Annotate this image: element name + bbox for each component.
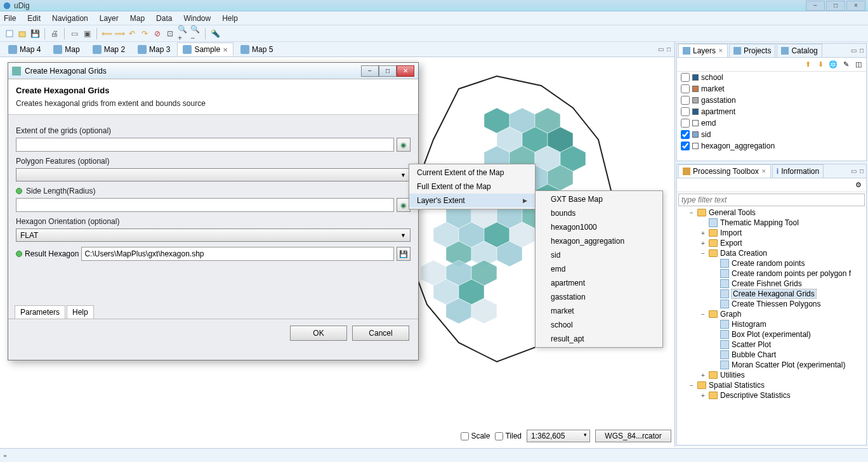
style-icon[interactable]: ◫ <box>853 60 864 70</box>
menu-item-current-extent[interactable]: Current Extent of the Map <box>409 166 535 180</box>
commit-icon[interactable]: ▣ <box>81 28 93 39</box>
expand-icon[interactable]: − <box>700 250 706 257</box>
extent-picker-button[interactable]: ◉ <box>397 138 411 152</box>
menu-map[interactable]: Map <box>130 14 145 23</box>
zoom-extent-icon[interactable]: ⊡ <box>164 28 176 39</box>
layer-item-apartment[interactable]: apartment <box>677 106 866 117</box>
tree-tool[interactable]: Create Thiessen Polygons <box>677 299 866 309</box>
layers-tab[interactable]: Layers✕ <box>678 44 728 57</box>
tree-tool[interactable]: Box Plot (experimental) <box>677 329 866 340</box>
close-icon[interactable]: ✕ <box>718 48 723 54</box>
save-path-button[interactable]: 💾 <box>397 247 411 261</box>
zoom-in-icon[interactable]: 🔍+ <box>177 28 188 39</box>
cancel-button[interactable]: Cancel <box>352 326 409 341</box>
edit-icon[interactable]: ✎ <box>841 60 851 70</box>
scale-checkbox[interactable] <box>461 432 469 440</box>
tree-tool[interactable]: Bubble Chart <box>677 350 866 360</box>
tree-folder[interactable]: −Data Creation <box>677 248 866 258</box>
dialog-maximize-button[interactable]: □ <box>379 65 397 77</box>
submenu-item[interactable]: hexagon1000 <box>536 220 662 234</box>
tree-tool[interactable]: Thematic Mapping Tool <box>677 218 866 228</box>
extent-input[interactable] <box>16 138 394 152</box>
submenu-item[interactable]: result_apt <box>536 332 662 346</box>
map-tab-map2[interactable]: Map 2 <box>87 43 131 56</box>
submenu-item[interactable]: bounds <box>536 206 662 220</box>
layer-checkbox[interactable] <box>681 73 690 82</box>
menu-layer[interactable]: Layer <box>100 14 119 23</box>
submenu-item[interactable]: hexagon_aggregation <box>536 234 662 248</box>
tree-folder[interactable]: −Spatial Statistics <box>677 380 866 390</box>
tree-tool[interactable]: Create random points <box>677 258 866 268</box>
map-tab-map5[interactable]: Map 5 <box>235 43 279 56</box>
expand-icon[interactable]: + <box>700 230 706 237</box>
menu-item-full-extent[interactable]: Full Extent of the Map <box>409 180 535 194</box>
select-tool-icon[interactable]: ▭ <box>69 28 80 39</box>
submenu-item[interactable]: gasstation <box>536 290 662 304</box>
tree-folder[interactable]: +Export <box>677 238 866 248</box>
layer-item-market[interactable]: market <box>677 83 866 95</box>
tree-folder[interactable]: −Graph <box>677 309 866 319</box>
catalog-tab[interactable]: Catalog <box>777 44 822 57</box>
map-tab-map4[interactable]: Map 4 <box>3 43 46 56</box>
submenu-item[interactable]: apartment <box>536 276 662 290</box>
tree-folder[interactable]: +Utilities <box>677 370 866 380</box>
menu-file[interactable]: File <box>4 14 16 23</box>
pane-maximize-icon[interactable]: □ <box>858 47 865 54</box>
help-tab[interactable]: Help <box>67 305 94 319</box>
new-layer-icon[interactable] <box>16 28 28 39</box>
tiled-checkbox[interactable] <box>495 432 503 440</box>
layer-item-sid[interactable]: sid <box>677 129 866 140</box>
undo-nav-icon[interactable]: ⟸ <box>101 28 112 39</box>
tree-tool[interactable]: Histogram <box>677 319 866 329</box>
menu-edit[interactable]: Edit <box>27 14 41 23</box>
tree-tool[interactable]: Create Hexagonal Grids <box>677 289 866 299</box>
menu-help[interactable]: Help <box>222 14 238 23</box>
filter-input[interactable] <box>678 194 865 206</box>
pane-minimize-icon[interactable]: ▭ <box>657 46 665 53</box>
side-length-input[interactable] <box>16 198 394 212</box>
expand-icon[interactable]: − <box>688 382 695 389</box>
scale-combobox[interactable]: 1:362,605 <box>527 430 590 442</box>
tree-tool[interactable]: Moran Scatter Plot (experimental) <box>677 360 866 370</box>
layer-item-gasstation[interactable]: gasstation <box>677 95 866 106</box>
processing-toolbox-tab[interactable]: Processing Toolbox✕ <box>678 164 771 178</box>
information-tab[interactable]: iInformation <box>772 164 824 178</box>
toolbox-tree[interactable]: −General ToolsThematic Mapping Tool+Impo… <box>677 208 866 445</box>
orientation-dropdown[interactable]: FLAT▼ <box>16 228 411 242</box>
close-tab-icon[interactable]: ✕ <box>223 46 228 53</box>
globe-icon[interactable]: 🌐 <box>828 60 838 70</box>
undo-icon[interactable]: ↶ <box>126 28 138 39</box>
map-tab-sample[interactable]: Sample✕ <box>177 43 233 56</box>
stop-icon[interactable]: ⊘ <box>152 28 163 39</box>
layer-checkbox[interactable] <box>681 96 690 105</box>
layer-item-emd[interactable]: emd <box>677 117 866 129</box>
submenu-item[interactable]: GXT Base Map <box>536 192 662 206</box>
expand-icon[interactable]: + <box>700 372 706 379</box>
submenu-item[interactable]: emd <box>536 262 662 276</box>
crs-button[interactable]: WGS_84...rcator <box>595 430 671 442</box>
window-minimize-button[interactable]: − <box>806 1 825 11</box>
projects-tab[interactable]: Projects <box>729 44 775 57</box>
layer-item-hexagg[interactable]: hexagon_aggregation <box>677 140 866 152</box>
expand-icon[interactable]: − <box>688 209 695 216</box>
expand-icon[interactable]: + <box>700 240 706 247</box>
menu-data[interactable]: Data <box>156 14 172 23</box>
gear-icon[interactable]: ⚙ <box>853 180 864 190</box>
tree-tool[interactable]: Create Fishnet Grids <box>677 279 866 289</box>
menu-window[interactable]: Window <box>183 14 211 23</box>
tree-tool[interactable]: Scatter Plot <box>677 340 866 350</box>
tree-folder[interactable]: +Descriptive Statistics <box>677 390 866 400</box>
layer-checkbox[interactable] <box>681 84 690 93</box>
submenu-item[interactable]: market <box>536 304 662 318</box>
result-hexagon-input[interactable] <box>81 247 394 261</box>
map-tab-map[interactable]: Map <box>48 43 85 56</box>
map-tab-map3[interactable]: Map 3 <box>132 43 176 56</box>
menu-navigation[interactable]: Navigation <box>52 14 88 23</box>
layer-checkbox[interactable] <box>681 107 690 116</box>
dialog-minimize-button[interactable]: − <box>361 65 379 77</box>
window-maximize-button[interactable]: □ <box>826 1 845 11</box>
tree-folder[interactable]: +Import <box>677 228 866 238</box>
redo-nav-icon[interactable]: ⟹ <box>114 28 125 39</box>
move-down-icon[interactable]: ⬇ <box>815 60 825 70</box>
window-close-button[interactable]: × <box>846 1 865 11</box>
